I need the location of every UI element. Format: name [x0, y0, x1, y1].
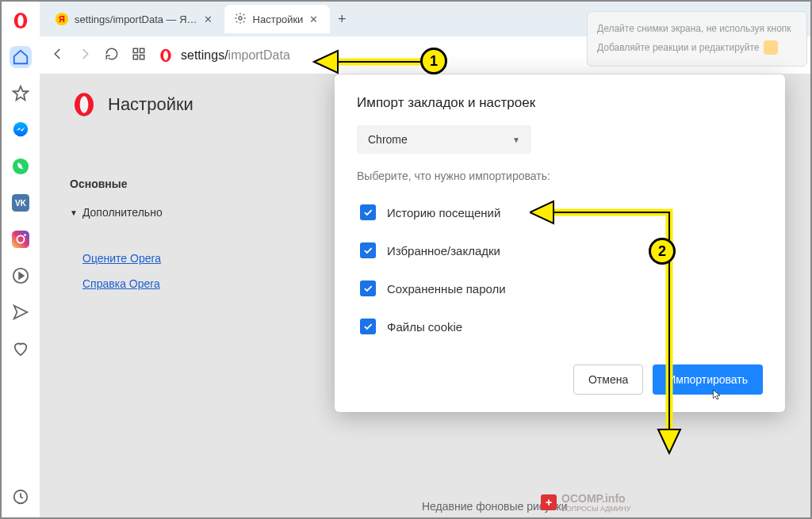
tab-label: Настройки	[253, 13, 304, 25]
checkbox-checked-icon[interactable]	[360, 242, 376, 258]
option-bookmarks[interactable]: Избранное/закладки	[357, 231, 763, 269]
option-label: Файлы cookie	[387, 320, 462, 334]
import-button-label: Импортировать	[668, 373, 748, 386]
hint-popup: Делайте снимки экрана, не используя кноп…	[587, 11, 807, 67]
svg-rect-14	[133, 55, 137, 59]
emoji-icon	[764, 40, 778, 55]
gear-icon	[234, 12, 247, 27]
svg-point-8	[24, 234, 26, 236]
nav-basic[interactable]: Основные	[63, 170, 180, 198]
svg-point-11	[239, 17, 242, 20]
watermark-brand: OCOMP.info	[561, 492, 626, 505]
svg-rect-12	[133, 48, 137, 52]
opera-page-icon	[159, 48, 173, 63]
nav-advanced[interactable]: ▼ Дополнительно	[63, 198, 180, 227]
play-icon[interactable]	[10, 265, 32, 287]
dialog-title: Импорт закладок и настроек	[357, 95, 763, 111]
home-icon[interactable]	[10, 46, 32, 68]
chevron-down-icon: ▼	[512, 135, 520, 144]
svg-rect-13	[140, 48, 144, 52]
settings-sidebar: Основные ▼ Дополнительно Оцените Opera С…	[63, 170, 180, 296]
heart-icon[interactable]	[10, 338, 32, 360]
svg-point-17	[163, 51, 168, 60]
star-icon[interactable]	[10, 82, 32, 105]
close-icon[interactable]: ✕	[309, 13, 320, 25]
url-input[interactable]: settings/importData	[159, 48, 290, 63]
new-tab-button[interactable]: +	[330, 11, 354, 28]
url-suffix: importData	[228, 48, 290, 62]
chevron-down-icon: ▼	[70, 208, 78, 217]
checkbox-checked-icon[interactable]	[360, 319, 376, 334]
watermark: + OCOMP.info ВОПРОСЫ АДМИНУ	[541, 492, 631, 513]
checkbox-checked-icon[interactable]	[360, 280, 376, 296]
tab-yandex[interactable]: Я settings/importData — Я… ✕	[46, 5, 224, 33]
reload-button[interactable]	[105, 47, 119, 64]
close-icon[interactable]: ✕	[204, 13, 215, 25]
hint-line-1: Делайте снимки экрана, не используя кноп…	[597, 23, 791, 34]
cursor-icon	[710, 388, 723, 403]
svg-rect-15	[140, 55, 144, 59]
watermark-sub: ВОПРОСЫ АДМИНУ	[561, 505, 631, 513]
messenger-icon[interactable]	[10, 119, 32, 141]
rate-opera-link[interactable]: Оцените Opera	[63, 246, 180, 271]
option-passwords[interactable]: Сохраненные пароли	[357, 269, 763, 307]
send-icon[interactable]	[10, 301, 32, 323]
dropdown-value: Chrome	[368, 133, 408, 146]
tab-settings[interactable]: Настройки ✕	[224, 5, 331, 33]
import-button[interactable]: Импортировать	[653, 364, 763, 395]
option-cookies[interactable]: Файлы cookie	[357, 307, 763, 345]
dialog-instructions: Выберите, что нужно импортировать:	[357, 170, 763, 182]
option-label: Избранное/закладки	[387, 244, 500, 258]
url-prefix: settings/	[181, 48, 228, 62]
option-label: Историю посещений	[387, 206, 500, 219]
tab-label: settings/importData — Я…	[75, 13, 197, 25]
hint-line-2: Добавляйте реакции и редактируйте	[597, 42, 759, 53]
opera-sidebar: VK	[2, 2, 40, 517]
svg-point-1	[17, 15, 23, 27]
clock-icon[interactable]	[10, 486, 32, 508]
nav-advanced-label: Дополнительно	[82, 206, 163, 219]
svg-text:VK: VK	[15, 199, 27, 208]
cancel-button[interactable]: Отмена	[573, 364, 643, 395]
help-opera-link[interactable]: Справка Opera	[63, 271, 180, 296]
watermark-plus-icon: +	[541, 494, 557, 510]
vk-icon[interactable]: VK	[10, 192, 32, 214]
instagram-icon[interactable]	[10, 228, 32, 250]
browser-dropdown[interactable]: Chrome ▼	[357, 125, 531, 154]
import-dialog: Импорт закладок и настроек Chrome ▼ Выбе…	[335, 74, 785, 412]
checkbox-checked-icon[interactable]	[360, 204, 376, 220]
whatsapp-icon[interactable]	[10, 155, 32, 177]
speed-dial-icon[interactable]	[132, 47, 146, 64]
yandex-icon: Я	[56, 13, 68, 25]
back-button[interactable]	[51, 47, 65, 64]
option-history[interactable]: Историю посещений	[357, 193, 763, 231]
forward-button[interactable]	[78, 47, 92, 64]
opera-logo-icon[interactable]	[10, 10, 32, 32]
option-label: Сохраненные пароли	[387, 282, 506, 296]
svg-rect-6	[12, 231, 29, 248]
